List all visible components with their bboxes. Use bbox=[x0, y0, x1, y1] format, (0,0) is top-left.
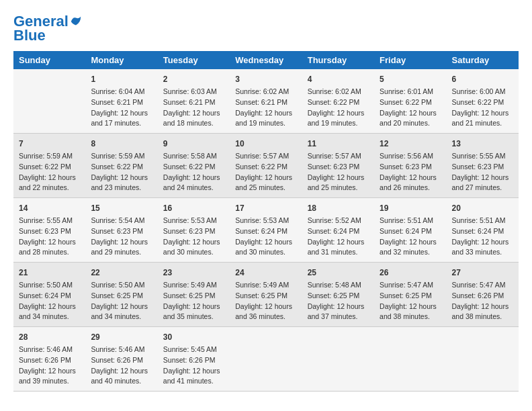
day-detail: Sunrise: 5:52 AMSunset: 6:24 PMDaylight:… bbox=[308, 216, 369, 258]
day-number: 3 bbox=[235, 73, 296, 85]
calendar-week-row: 28Sunrise: 5:46 AMSunset: 6:26 PMDayligh… bbox=[13, 327, 519, 392]
day-detail: Sunrise: 5:56 AMSunset: 6:23 PMDaylight:… bbox=[380, 151, 441, 193]
day-number: 13 bbox=[452, 138, 513, 150]
day-detail: Sunrise: 5:55 AMSunset: 6:23 PMDaylight:… bbox=[452, 151, 513, 193]
calendar-cell: 9Sunrise: 5:58 AMSunset: 6:22 PMDaylight… bbox=[158, 134, 230, 198]
calendar-cell: 3Sunrise: 6:02 AMSunset: 6:21 PMDaylight… bbox=[230, 69, 302, 134]
calendar-cell: 7Sunrise: 5:59 AMSunset: 6:22 PMDaylight… bbox=[13, 134, 85, 198]
day-detail: Sunrise: 5:53 AMSunset: 6:24 PMDaylight:… bbox=[235, 216, 296, 258]
col-header-tuesday: Tuesday bbox=[158, 51, 230, 69]
day-detail: Sunrise: 5:53 AMSunset: 6:23 PMDaylight:… bbox=[163, 216, 224, 258]
calendar-cell: 19Sunrise: 5:51 AMSunset: 6:24 PMDayligh… bbox=[374, 198, 446, 263]
calendar-cell: 28Sunrise: 5:46 AMSunset: 6:26 PMDayligh… bbox=[13, 327, 85, 392]
day-number: 21 bbox=[19, 267, 80, 279]
col-header-thursday: Thursday bbox=[302, 51, 374, 69]
col-header-saturday: Saturday bbox=[447, 51, 519, 69]
calendar-cell: 4Sunrise: 6:02 AMSunset: 6:22 PMDaylight… bbox=[302, 69, 374, 134]
calendar-cell: 11Sunrise: 5:57 AMSunset: 6:23 PMDayligh… bbox=[302, 134, 374, 198]
day-detail: Sunrise: 6:01 AMSunset: 6:22 PMDaylight:… bbox=[380, 87, 441, 129]
calendar-week-row: 1Sunrise: 6:04 AMSunset: 6:21 PMDaylight… bbox=[13, 69, 519, 134]
col-header-wednesday: Wednesday bbox=[230, 51, 302, 69]
calendar-cell: 2Sunrise: 6:03 AMSunset: 6:21 PMDaylight… bbox=[158, 69, 230, 134]
day-number: 5 bbox=[380, 73, 441, 85]
col-header-sunday: Sunday bbox=[13, 51, 85, 69]
day-detail: Sunrise: 5:49 AMSunset: 6:25 PMDaylight:… bbox=[235, 280, 296, 322]
day-detail: Sunrise: 6:04 AMSunset: 6:21 PMDaylight:… bbox=[91, 87, 152, 129]
day-number: 18 bbox=[308, 202, 369, 214]
day-detail: Sunrise: 5:59 AMSunset: 6:22 PMDaylight:… bbox=[19, 151, 80, 193]
day-number: 11 bbox=[308, 138, 369, 150]
logo-icon bbox=[70, 15, 82, 28]
day-detail: Sunrise: 5:50 AMSunset: 6:24 PMDaylight:… bbox=[19, 280, 80, 322]
day-number: 26 bbox=[380, 267, 441, 279]
calendar-week-row: 14Sunrise: 5:55 AMSunset: 6:23 PMDayligh… bbox=[13, 198, 519, 263]
calendar-cell: 27Sunrise: 5:47 AMSunset: 6:26 PMDayligh… bbox=[447, 263, 519, 327]
calendar-cell: 14Sunrise: 5:55 AMSunset: 6:23 PMDayligh… bbox=[13, 198, 85, 263]
calendar-cell: 20Sunrise: 5:51 AMSunset: 6:24 PMDayligh… bbox=[447, 198, 519, 263]
day-detail: Sunrise: 5:50 AMSunset: 6:25 PMDaylight:… bbox=[91, 280, 152, 322]
calendar-cell: 24Sunrise: 5:49 AMSunset: 6:25 PMDayligh… bbox=[230, 263, 302, 327]
day-number: 16 bbox=[163, 202, 224, 214]
day-number: 14 bbox=[19, 202, 80, 214]
logo: General Blue bbox=[13, 13, 82, 44]
day-number: 23 bbox=[163, 267, 224, 279]
day-number: 17 bbox=[235, 202, 296, 214]
calendar-cell bbox=[230, 327, 302, 392]
calendar-week-row: 7Sunrise: 5:59 AMSunset: 6:22 PMDaylight… bbox=[13, 134, 519, 198]
day-detail: Sunrise: 5:51 AMSunset: 6:24 PMDaylight:… bbox=[452, 216, 513, 258]
calendar-cell: 5Sunrise: 6:01 AMSunset: 6:22 PMDaylight… bbox=[374, 69, 446, 134]
day-detail: Sunrise: 5:46 AMSunset: 6:26 PMDaylight:… bbox=[91, 345, 152, 387]
day-detail: Sunrise: 6:00 AMSunset: 6:22 PMDaylight:… bbox=[452, 87, 513, 129]
calendar-cell: 25Sunrise: 5:48 AMSunset: 6:25 PMDayligh… bbox=[302, 263, 374, 327]
day-number: 22 bbox=[91, 267, 152, 279]
day-detail: Sunrise: 5:47 AMSunset: 6:26 PMDaylight:… bbox=[452, 280, 513, 322]
calendar-cell: 17Sunrise: 5:53 AMSunset: 6:24 PMDayligh… bbox=[230, 198, 302, 263]
day-number: 20 bbox=[452, 202, 513, 214]
day-number: 27 bbox=[452, 267, 513, 279]
calendar-cell bbox=[447, 327, 519, 392]
calendar-cell: 21Sunrise: 5:50 AMSunset: 6:24 PMDayligh… bbox=[13, 263, 85, 327]
calendar-cell: 26Sunrise: 5:47 AMSunset: 6:25 PMDayligh… bbox=[374, 263, 446, 327]
calendar-cell: 8Sunrise: 5:59 AMSunset: 6:22 PMDaylight… bbox=[85, 134, 157, 198]
day-detail: Sunrise: 5:51 AMSunset: 6:24 PMDaylight:… bbox=[380, 216, 441, 258]
day-number: 25 bbox=[308, 267, 369, 279]
calendar-cell: 6Sunrise: 6:00 AMSunset: 6:22 PMDaylight… bbox=[447, 69, 519, 134]
day-number: 28 bbox=[19, 331, 80, 343]
day-detail: Sunrise: 5:59 AMSunset: 6:22 PMDaylight:… bbox=[91, 151, 152, 193]
calendar-cell: 18Sunrise: 5:52 AMSunset: 6:24 PMDayligh… bbox=[302, 198, 374, 263]
day-detail: Sunrise: 5:57 AMSunset: 6:22 PMDaylight:… bbox=[235, 151, 296, 193]
day-number: 2 bbox=[163, 73, 224, 85]
day-number: 7 bbox=[19, 138, 80, 150]
calendar-header-row: SundayMondayTuesdayWednesdayThursdayFrid… bbox=[13, 51, 519, 69]
calendar-cell: 1Sunrise: 6:04 AMSunset: 6:21 PMDaylight… bbox=[85, 69, 157, 134]
day-number: 10 bbox=[235, 138, 296, 150]
day-detail: Sunrise: 6:03 AMSunset: 6:21 PMDaylight:… bbox=[163, 87, 224, 129]
day-detail: Sunrise: 5:46 AMSunset: 6:26 PMDaylight:… bbox=[19, 345, 80, 387]
calendar-cell: 22Sunrise: 5:50 AMSunset: 6:25 PMDayligh… bbox=[85, 263, 157, 327]
page-header: General Blue bbox=[13, 13, 519, 44]
col-header-monday: Monday bbox=[85, 51, 157, 69]
day-detail: Sunrise: 5:57 AMSunset: 6:23 PMDaylight:… bbox=[308, 151, 369, 193]
calendar-week-row: 21Sunrise: 5:50 AMSunset: 6:24 PMDayligh… bbox=[13, 263, 519, 327]
day-number: 29 bbox=[91, 331, 152, 343]
day-detail: Sunrise: 5:48 AMSunset: 6:25 PMDaylight:… bbox=[308, 280, 369, 322]
calendar-cell bbox=[302, 327, 374, 392]
calendar-cell: 12Sunrise: 5:56 AMSunset: 6:23 PMDayligh… bbox=[374, 134, 446, 198]
day-detail: Sunrise: 5:55 AMSunset: 6:23 PMDaylight:… bbox=[19, 216, 80, 258]
calendar-cell: 13Sunrise: 5:55 AMSunset: 6:23 PMDayligh… bbox=[447, 134, 519, 198]
day-number: 4 bbox=[308, 73, 369, 85]
day-number: 19 bbox=[380, 202, 441, 214]
day-number: 1 bbox=[91, 73, 152, 85]
day-detail: Sunrise: 5:47 AMSunset: 6:25 PMDaylight:… bbox=[380, 280, 441, 322]
day-number: 8 bbox=[91, 138, 152, 150]
day-detail: Sunrise: 5:54 AMSunset: 6:23 PMDaylight:… bbox=[91, 216, 152, 258]
col-header-friday: Friday bbox=[374, 51, 446, 69]
day-detail: Sunrise: 5:58 AMSunset: 6:22 PMDaylight:… bbox=[163, 151, 224, 193]
day-number: 24 bbox=[235, 267, 296, 279]
calendar-cell: 23Sunrise: 5:49 AMSunset: 6:25 PMDayligh… bbox=[158, 263, 230, 327]
calendar-cell bbox=[13, 69, 85, 134]
calendar-cell: 15Sunrise: 5:54 AMSunset: 6:23 PMDayligh… bbox=[85, 198, 157, 263]
day-number: 12 bbox=[380, 138, 441, 150]
day-number: 30 bbox=[163, 331, 224, 343]
day-detail: Sunrise: 5:45 AMSunset: 6:26 PMDaylight:… bbox=[163, 345, 224, 387]
